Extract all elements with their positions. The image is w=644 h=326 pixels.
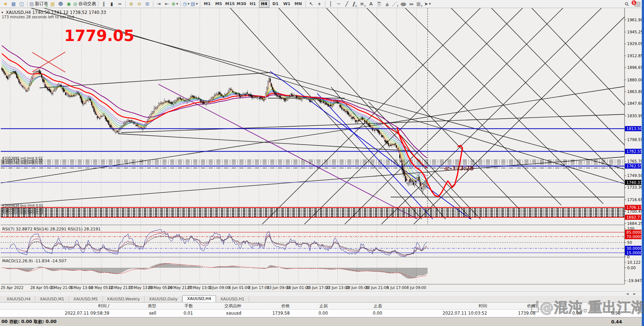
timeframe-d1[interactable]: D1 [270, 0, 281, 8]
table-cell: xauusd [196, 311, 244, 316]
trendline-icon[interactable]: ╱ [343, 0, 351, 8]
table-header-cell[interactable]: 时间 [385, 303, 490, 309]
table-header-cell[interactable]: 类型 [112, 303, 159, 309]
scroll-right-icon[interactable]: ► [633, 292, 636, 296]
add-indicator-icon[interactable]: ⊕▼ [171, 0, 179, 8]
template-icon[interactable]: ▤▼ [191, 0, 198, 8]
tile-windows-icon[interactable]: ⊞ [144, 0, 151, 8]
scroll-to-end-icon[interactable]: ⇥ [155, 0, 162, 8]
chart-canvas[interactable]: 1961.901945.251929.051912.851896.651880.… [0, 8, 642, 291]
dropdown-caret-icon: ▼ [176, 3, 178, 5]
favorites-star-icon[interactable]: ★ [2, 0, 9, 8]
signal-icon[interactable]: ◉ [65, 0, 72, 8]
toolbar-separator [98, 1, 98, 7]
time-axis[interactable]: 25 Apr 202228 Apr 05:002 May 21:005 May … [1, 286, 426, 290]
timeframe-mn[interactable]: MN [293, 0, 304, 8]
chart-background [0, 8, 642, 291]
toolbar-separator [200, 1, 200, 7]
toolbar-separator [27, 1, 28, 7]
pointing-hand-icon: ☝ [530, 298, 540, 316]
time-label: 8 Jun 17:00 [248, 286, 269, 290]
vertical-line-icon[interactable]: │ [327, 0, 334, 8]
fibo-grid-icon[interactable]: ▦F [416, 0, 423, 8]
chart-shift-icon[interactable]: ⇤ [163, 0, 171, 8]
chart-tab-5[interactable]: XAUUSD,H4 [182, 295, 216, 302]
main-toolbar: ★▦◫▤+新订单▥☻◉◎自动交易∥▮≈⊕⊖⊞⇥⇤⊕▼◷▼▤▼M1M5M15M30… [0, 0, 642, 8]
timeframe-h4[interactable]: H4 [259, 0, 270, 8]
profile-window-icon[interactable]: ◫ [18, 0, 25, 8]
time-label: 1 Jun 09:00 [209, 286, 230, 290]
chart-tab-2[interactable]: XAUUSD,M5 [69, 296, 103, 302]
axis-price-label: 1863.80 [627, 89, 642, 94]
timeframe-h1[interactable]: H1 [248, 0, 258, 8]
axis-price-label: 1929.05 [627, 41, 642, 46]
timeframe-m1[interactable]: M1 [202, 0, 213, 8]
table-header-cell[interactable]: 止盈 [331, 303, 385, 309]
axis-price-label: 30.0000 [626, 246, 642, 251]
text-label-icon[interactable]: T [376, 0, 383, 8]
fibo-fan-icon[interactable]: ⋰F [392, 0, 399, 8]
countdown-annotation[interactable]: ≪–173:28 [444, 165, 473, 172]
dropdown-caret-icon: ▼ [196, 3, 198, 5]
fibonacci-icon[interactable]: ≡F [359, 0, 367, 8]
axis-price-label: 70.0000 [626, 234, 642, 239]
mt4-terminal-window: ★▦◫▤+新订单▥☻◉◎自动交易∥▮≈⊕⊖⊞⇥⇤⊕▼◷▼▤▼M1M5M15M30… [0, 0, 644, 326]
auto-trading-button[interactable]: ◎自动交易 [73, 0, 96, 8]
table-cell: sell [112, 311, 159, 316]
table-header-cell[interactable]: 价格 [244, 303, 293, 309]
axis-price-label: 1798.55 [627, 137, 642, 142]
data-window-icon[interactable]: ▥ [49, 0, 56, 8]
toolbar-separator [125, 1, 126, 7]
zoom-out-icon[interactable]: ⊖ [136, 0, 143, 8]
bar-chart-type-icon[interactable]: ∥ [100, 0, 107, 8]
ellipse-icon[interactable]: ● [400, 0, 407, 8]
time-label: 30 Jun 21:00 [365, 286, 389, 290]
watermark-text: @混沌.重出江湖 [540, 299, 644, 315]
axis-price-label: 1749.50 [627, 173, 642, 178]
candle-chart-type-icon[interactable]: ▮ [108, 0, 116, 8]
arrows-tool-icon[interactable]: ➤▼ [424, 0, 431, 8]
status-balance-text: 00 存款: 0.00 取款: 0.00 [0, 319, 56, 325]
big-price-annotation[interactable]: 1779.05 [64, 27, 134, 45]
rsi-header: RSI(7) 32.8872 RSI(14) 28.2291 RSI(21) 2… [2, 227, 100, 231]
table-header-cell[interactable]: 时间 / [13, 303, 112, 309]
axis-price-label: 10.122 [627, 260, 641, 264]
table-cell: 0.00 [331, 311, 385, 316]
axis-price-label: 1733.30 [627, 185, 642, 189]
axis-price-label: 50 [627, 240, 632, 245]
market-watch-icon[interactable]: ☻ [57, 0, 64, 8]
table-cell: 2022.07.11 10:03:52 [385, 311, 490, 316]
table-header-cell[interactable]: 手数 [159, 303, 196, 309]
chart-tab-6[interactable]: XAUUSD,H1 [216, 296, 249, 302]
time-label: 8 Jul 09:00 [406, 286, 426, 290]
chart-tab-0[interactable]: XAUUSD,H4 [2, 296, 35, 302]
axis-price-label: 85.0000 [626, 230, 642, 234]
triangle-icon[interactable]: ▲ [384, 0, 391, 8]
new-order-button[interactable]: ▤+新订单 [29, 0, 48, 8]
line-chart-type-icon[interactable]: ≈ [116, 0, 124, 8]
rectangle-icon[interactable]: ▬ [408, 0, 415, 8]
symbol-marker-icon[interactable]: ▾ [1, 11, 3, 14]
toolbar-separator [153, 1, 153, 7]
chart-tab-1[interactable]: XAUUSD,M1 [35, 296, 69, 302]
chart-tab-4[interactable]: XAUUSD,Daily [144, 296, 182, 302]
chart-scrollbar[interactable]: ◄ ► [0, 291, 642, 296]
equidistant-channel-icon[interactable]: ∥E [351, 0, 359, 8]
timeframe-m30[interactable]: M30 [236, 0, 247, 8]
period-clock-icon[interactable]: ◷▼ [183, 0, 190, 8]
notifications-icon[interactable]: 1 [632, 0, 640, 8]
charts-window-icon[interactable]: ▦ [10, 0, 17, 8]
scroll-left-icon[interactable]: ◄ [626, 292, 629, 296]
chart-tab-3[interactable]: XAUUSD,Weekly [103, 296, 145, 302]
timeframe-m5[interactable]: M5 [213, 0, 224, 8]
timeframe-w1[interactable]: W1 [282, 0, 292, 8]
horizontal-line-icon[interactable]: ─ [335, 0, 343, 8]
table-header-cell[interactable]: 止损 [293, 303, 331, 309]
time-label: 5 Jul 17:00 [387, 286, 407, 290]
zoom-in-icon[interactable]: ⊕ [128, 0, 135, 8]
cursor-icon[interactable]: ↖ [308, 0, 315, 8]
crosshair-icon[interactable]: + [316, 0, 323, 8]
table-header-cell[interactable]: 交易品种 [196, 303, 244, 309]
timeframe-m15[interactable]: M15 [225, 0, 235, 8]
text-icon[interactable]: A [367, 0, 375, 8]
